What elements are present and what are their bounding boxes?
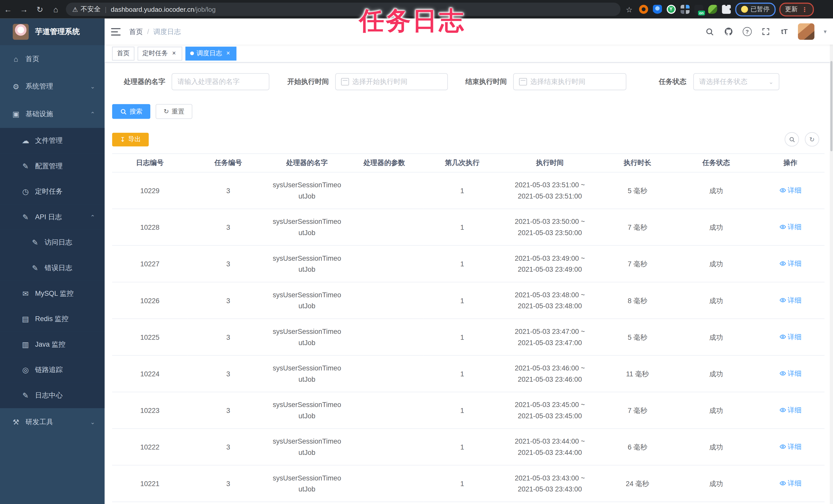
table-tools: ↻ xyxy=(785,132,819,147)
back-icon[interactable]: ← xyxy=(0,5,16,14)
layers-icon: ▤ xyxy=(21,315,30,323)
cell-status: 成功 xyxy=(676,465,756,502)
page-scrollbar[interactable] xyxy=(830,19,833,504)
detail-link[interactable]: 详细 xyxy=(779,221,802,232)
sidebar-item-log-center[interactable]: ✎ 日志中心 xyxy=(0,383,105,408)
table-row: 10221 3 sysUserSessionTimeoutJob 1 2021-… xyxy=(112,465,825,502)
active-dot-icon xyxy=(190,51,194,55)
log-edit-icon: ✎ xyxy=(21,213,30,221)
cell-actions: 详细 xyxy=(756,355,825,392)
fullscreen-icon[interactable] xyxy=(761,27,770,36)
end-time-picker[interactable]: 选择结束执行时间 xyxy=(513,73,626,90)
grid-extension-icon[interactable] xyxy=(681,5,689,14)
tab-首页[interactable]: 首页 xyxy=(112,47,135,60)
eye-icon xyxy=(779,370,786,377)
handler-name-input[interactable]: 请输入处理器的名字 xyxy=(171,73,269,90)
column-header: 任务编号 xyxy=(188,154,269,172)
detail-link[interactable]: 详细 xyxy=(779,441,802,452)
sidebar-item-mysql-monitor[interactable]: ✉ MySQL 监控 xyxy=(0,281,105,306)
eye-icon xyxy=(779,443,786,450)
start-time-picker[interactable]: 选择开始执行时间 xyxy=(335,73,448,90)
cell-execute-index: 1 xyxy=(423,246,501,282)
reset-button[interactable]: ↻ 重置 xyxy=(156,104,192,119)
address-bar[interactable]: ⚠ 不安全 | dashboard.yudao.iocoder.cn/job/l… xyxy=(66,3,620,16)
reload-icon[interactable]: ↻ xyxy=(32,5,48,14)
sidebar-logo-row[interactable]: 芋道管理系统 xyxy=(0,19,105,45)
sidebar-item-scheduled-tasks[interactable]: ◷ 定时任务 xyxy=(0,179,105,204)
orange-extension-icon[interactable] xyxy=(639,5,648,14)
column-header: 处理器的参数 xyxy=(345,154,423,172)
help-icon[interactable]: ? xyxy=(742,27,752,36)
update-button[interactable]: 更新 ⋮ xyxy=(779,2,814,16)
search-button[interactable]: 搜索 xyxy=(112,104,150,119)
close-icon[interactable]: × xyxy=(170,50,177,57)
search-icon[interactable] xyxy=(705,27,715,36)
green-y-extension-icon[interactable] xyxy=(667,5,675,14)
breadcrumb-root[interactable]: 首页 xyxy=(129,27,143,36)
detail-link[interactable]: 详细 xyxy=(779,331,802,342)
detail-link[interactable]: 详细 xyxy=(779,404,802,415)
tab-定时任务[interactable]: 定时任务 × xyxy=(138,47,182,60)
forward-icon[interactable]: → xyxy=(16,5,32,14)
cell-handler-param xyxy=(345,355,423,392)
sidebar-item-system-management[interactable]: ⚙ 系统管理 ⌄ xyxy=(0,73,105,100)
close-icon[interactable]: × xyxy=(225,50,232,57)
on-badge-extension-icon[interactable] xyxy=(694,5,703,14)
cell-handler-name: sysUserSessionTimeoutJob xyxy=(269,172,345,209)
sidebar-item-redis-monitor[interactable]: ▤ Redis 监控 xyxy=(0,306,105,332)
sidebar-item-dev-tools[interactable]: ⚒ 研发工具 ⌄ xyxy=(0,408,105,436)
font-size-icon[interactable]: tT xyxy=(780,27,789,36)
detail-link[interactable]: 详细 xyxy=(779,184,802,196)
detail-link[interactable]: 详细 xyxy=(779,258,802,269)
sidebar-item-config-management[interactable]: ✎ 配置管理 xyxy=(0,153,105,179)
status-select[interactable]: 请选择任务状态 ⌄ xyxy=(693,73,779,90)
filter-actions: 搜索 ↻ 重置 xyxy=(112,104,826,119)
blue-drop-extension-icon[interactable] xyxy=(653,5,662,14)
cell-execute-index: 1 xyxy=(423,502,501,504)
cell-job-id: 3 xyxy=(188,429,269,465)
sidebar-item-api-logs[interactable]: ✎ API 日志 ⌃ xyxy=(0,204,105,230)
toolbox-icon: ⚒ xyxy=(12,418,20,426)
sidebar-item-trace[interactable]: ◎ 链路追踪 xyxy=(0,357,105,383)
sidebar-item-java-monitor[interactable]: ▥ Java 监控 xyxy=(0,332,105,357)
not-secure-warning-icon: ⚠ xyxy=(72,6,78,13)
chevron-down-icon: ⌄ xyxy=(769,78,774,85)
scrollbar-thumb[interactable] xyxy=(830,61,832,151)
bookmark-star-icon[interactable]: ☆ xyxy=(626,5,633,14)
sidebar-item-error-logs[interactable]: ✎ 错误日志 xyxy=(0,255,105,281)
cell-log-id: 10221 xyxy=(112,465,188,502)
detail-link[interactable]: 详细 xyxy=(779,368,802,379)
cell-handler-param xyxy=(345,282,423,319)
edit-icon: ✎ xyxy=(21,162,30,170)
export-button[interactable]: ↧ 导出 xyxy=(112,132,149,146)
cell-execute-time: 2021-05-03 23:46:00 ~ 2021-05-03 23:46:0… xyxy=(501,355,599,392)
caret-down-icon[interactable]: ▾ xyxy=(824,28,827,35)
sidebar-item-file-management[interactable]: ☁ 文件管理 xyxy=(0,128,105,153)
browser-menu-icon[interactable]: ⋮ xyxy=(802,6,808,13)
log-edit-icon: ✎ xyxy=(21,391,30,400)
chevron-up-icon: ⌃ xyxy=(90,111,95,118)
cell-job-id: 3 xyxy=(188,282,269,319)
log-edit-icon: ✎ xyxy=(31,264,39,272)
avatar[interactable] xyxy=(798,23,814,40)
hamburger-icon[interactable] xyxy=(111,28,121,35)
github-icon[interactable] xyxy=(724,27,733,36)
sidebar-item-infrastructure[interactable]: ▣ 基础设施 ⌃ xyxy=(0,100,105,128)
home-icon[interactable]: ⌂ xyxy=(48,5,64,14)
cell-duration: 11 毫秒 xyxy=(599,355,676,392)
table-row: 10220 3 sysUserSessionTimeoutJob 1 2021-… xyxy=(112,502,825,504)
cell-duration: 6 毫秒 xyxy=(599,502,676,504)
sidebar-item-home[interactable]: ⌂ 首页 xyxy=(0,45,105,73)
refresh-table-button[interactable]: ↻ xyxy=(805,132,819,147)
show-search-button[interactable] xyxy=(785,132,799,147)
detail-link[interactable]: 详细 xyxy=(779,294,802,305)
leaf-extension-icon[interactable] xyxy=(708,5,717,14)
tab-调度日志[interactable]: 调度日志 × xyxy=(185,47,236,60)
cell-duration: 6 毫秒 xyxy=(599,429,676,465)
paused-pill[interactable]: 已暂停 xyxy=(735,2,776,16)
cell-log-id: 10224 xyxy=(112,355,188,392)
sidebar-item-access-logs[interactable]: ✎ 访问日志 xyxy=(0,230,105,255)
puzzle-extensions-icon[interactable] xyxy=(722,5,731,14)
screen: ← → ↻ ⌂ ⚠ 不安全 | dashboard.yudao.iocoder.… xyxy=(0,0,833,504)
detail-link[interactable]: 详细 xyxy=(779,477,802,489)
